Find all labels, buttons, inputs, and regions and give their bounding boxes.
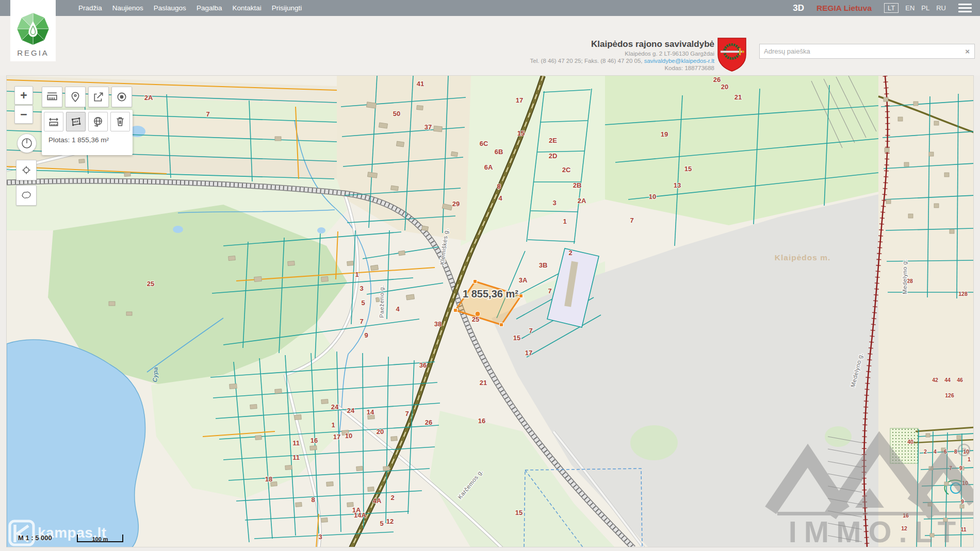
nav-item[interactable]: Prisijungti bbox=[272, 4, 302, 12]
search-input[interactable] bbox=[760, 47, 960, 55]
regia-logo[interactable]: REGIA bbox=[10, 0, 56, 61]
measure-ruler-button[interactable] bbox=[42, 87, 62, 107]
measure-area-button[interactable] bbox=[66, 112, 86, 131]
map-label: 46 bbox=[957, 377, 963, 383]
map-canvas[interactable]: 41262021175037152E196C6B2D2C6A151382B104… bbox=[7, 76, 974, 547]
map-label: 4 bbox=[396, 305, 400, 313]
crosshair-icon bbox=[20, 164, 32, 176]
map-label: 8 bbox=[954, 448, 957, 455]
header: Klaipėdos rajono savivaldybė Klaipėdos g… bbox=[0, 16, 980, 75]
address-search: × bbox=[759, 44, 975, 59]
reset-view-button[interactable] bbox=[88, 112, 108, 131]
measure-handle[interactable] bbox=[473, 280, 477, 283]
map-label: 1 855,36 m² bbox=[463, 288, 518, 299]
map-label: 26 bbox=[425, 419, 432, 426]
map-label: 1 bbox=[331, 421, 335, 429]
map-label: 21 bbox=[734, 93, 742, 101]
map-label: 24 bbox=[331, 403, 339, 411]
full-extent-button[interactable] bbox=[16, 185, 37, 206]
compass-reset-button[interactable] bbox=[17, 133, 37, 153]
map-label: 5 bbox=[361, 299, 365, 307]
map-label: 37 bbox=[424, 123, 432, 131]
map-label: 3 bbox=[318, 533, 322, 541]
nav-item[interactable]: Kontaktai bbox=[232, 4, 261, 12]
map-label: 8 bbox=[497, 182, 500, 190]
map-label: 126 bbox=[945, 392, 954, 398]
map-label: 128 bbox=[958, 291, 968, 297]
map-label: 1 bbox=[968, 456, 971, 462]
municipality-info: Klaipėdos rajono savivaldybė Klaipėdos g… bbox=[530, 39, 714, 71]
map-label: 24 bbox=[347, 407, 355, 414]
map-label: 11 bbox=[292, 454, 300, 461]
map-label: 7 bbox=[548, 287, 551, 295]
measure-handle[interactable] bbox=[500, 323, 503, 327]
nav-item[interactable]: Pagalba bbox=[197, 4, 222, 12]
map-label: 1 bbox=[563, 218, 566, 225]
immo-watermark-text: IMMO.LT bbox=[789, 515, 963, 547]
map-label: 7 bbox=[405, 410, 409, 418]
map-label: Cypa bbox=[151, 366, 159, 382]
zoom-in-button[interactable]: + bbox=[14, 86, 33, 105]
map-label: 25 bbox=[147, 280, 154, 288]
geolocate-button[interactable] bbox=[16, 160, 37, 180]
identify-point-button[interactable] bbox=[111, 87, 132, 107]
lithuania-outline-icon bbox=[20, 189, 33, 202]
map-label: 3 bbox=[552, 199, 556, 207]
view-3d-button[interactable]: 3D bbox=[793, 3, 804, 13]
map-label: 25 bbox=[472, 315, 479, 323]
map-label: 36 bbox=[419, 361, 427, 369]
zoom-out-button[interactable]: − bbox=[14, 105, 33, 124]
coat-of-arms bbox=[717, 38, 747, 74]
share-view-button[interactable] bbox=[88, 87, 109, 107]
measure-tools-panel: Plotas: 1 855,36 m² bbox=[42, 110, 133, 155]
language-option[interactable]: LT bbox=[884, 3, 899, 13]
measure-handle[interactable] bbox=[454, 309, 458, 312]
language-option[interactable]: RU bbox=[936, 4, 946, 12]
municipality-email-link[interactable]: savivaldybe@klaipedos-r.lt bbox=[644, 58, 714, 64]
municipality-title: Klaipėdos rajono savivaldybė bbox=[530, 39, 714, 49]
trash-icon bbox=[115, 116, 126, 127]
municipality-address: Klaipėdos g. 2 LT-96130 Gargždai bbox=[530, 51, 714, 57]
map-label: 8 bbox=[311, 496, 315, 504]
map-label: 15 bbox=[513, 334, 520, 342]
map-label: 9 bbox=[961, 498, 964, 505]
map-label: 17 bbox=[516, 96, 523, 104]
nav-item[interactable]: Paslaugos bbox=[154, 4, 186, 12]
map-label: 15 bbox=[515, 509, 522, 516]
regia-lietuva-link[interactable]: REGIA Lietuva bbox=[816, 4, 872, 13]
map-label: Paežerio g. bbox=[379, 285, 385, 318]
map-label: 17 bbox=[333, 433, 340, 441]
measure-tools-row bbox=[44, 112, 130, 131]
language-option[interactable]: PL bbox=[921, 4, 929, 12]
map-label: 40 bbox=[907, 439, 913, 445]
map-label: 9 bbox=[364, 331, 368, 339]
map-label: 2D bbox=[549, 152, 558, 160]
map-label: 17 bbox=[525, 349, 532, 357]
map-label: 3A bbox=[519, 276, 528, 284]
measure-distance-button[interactable] bbox=[44, 112, 63, 131]
language-option[interactable]: EN bbox=[905, 4, 914, 12]
measure-handle[interactable] bbox=[519, 294, 523, 298]
hamburger-menu-icon[interactable] bbox=[958, 4, 972, 12]
map-label: 14A bbox=[354, 511, 366, 519]
placemark-icon bbox=[70, 91, 81, 103]
municipality-code: Kodas: 188773688 bbox=[530, 65, 714, 71]
map-label: 9 bbox=[959, 465, 962, 471]
nav-right-group: 3D REGIA Lietuva LTENPLRU bbox=[793, 3, 972, 13]
search-clear-icon[interactable]: × bbox=[960, 47, 974, 56]
globe-undo-icon bbox=[92, 116, 104, 127]
share-icon bbox=[93, 91, 104, 103]
map-label: 4A bbox=[373, 497, 382, 505]
map-label: Klaipėdos m. bbox=[775, 253, 830, 262]
add-placemark-button[interactable] bbox=[65, 87, 86, 107]
map-label: 2C bbox=[562, 166, 571, 174]
nav-item[interactable]: Naujienos bbox=[112, 4, 143, 12]
delete-measurement-button[interactable] bbox=[110, 112, 130, 131]
distance-icon bbox=[48, 116, 59, 127]
ruler-icon bbox=[46, 91, 58, 103]
map-label: 20 bbox=[721, 83, 728, 91]
map-label: 10 bbox=[345, 432, 352, 440]
nav-item[interactable]: Pradžia bbox=[78, 4, 102, 12]
map-label: 26 bbox=[713, 76, 721, 84]
regia-logo-text: REGIA bbox=[10, 48, 56, 57]
